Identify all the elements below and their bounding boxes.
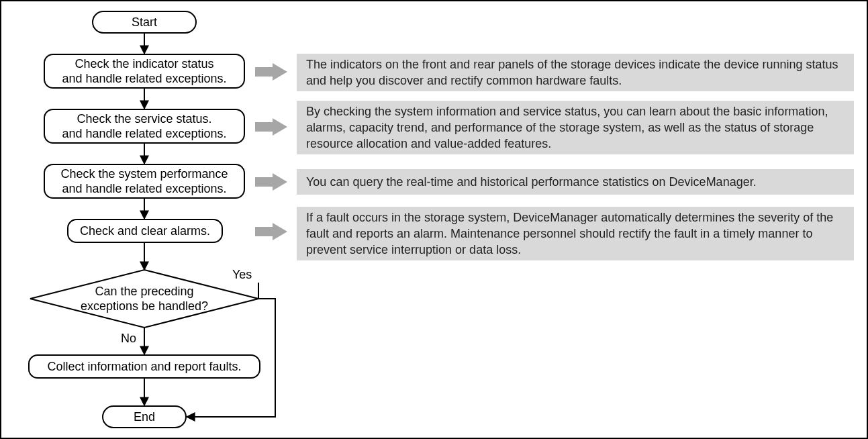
svg-marker-10 (255, 173, 287, 191)
description-alarms-text: If a fault occurs in the storage system,… (306, 209, 845, 258)
flowchart-canvas: Start Check the indicator status and han… (0, 0, 868, 439)
end-label: End (134, 409, 155, 425)
process-check-service-label: Check the service status. and handle rel… (62, 111, 226, 142)
description-performance-text: You can query the real-time and historic… (306, 174, 757, 190)
process-check-service: Check the service status. and handle rel… (44, 109, 245, 144)
svg-marker-9 (255, 118, 287, 136)
process-check-performance: Check the system performance and handle … (44, 164, 245, 199)
process-check-performance-label: Check the system performance and handle … (60, 166, 228, 197)
description-service-text: By checking the system information and s… (306, 103, 845, 152)
description-indicator-text: The indicators on the front and rear pan… (306, 56, 845, 89)
process-check-alarms: Check and clear alarms. (67, 219, 223, 243)
start-label: Start (132, 15, 157, 30)
process-check-indicator-label: Check the indicator status and handle re… (62, 56, 226, 87)
end-terminator: End (102, 405, 187, 428)
description-alarms: If a fault occurs in the storage system,… (297, 207, 854, 260)
process-check-alarms-label: Check and clear alarms. (80, 224, 210, 239)
description-indicator: The indicators on the front and rear pan… (297, 54, 854, 91)
arrow-icon (255, 63, 287, 81)
svg-marker-8 (255, 63, 287, 81)
arrow-icon (255, 118, 287, 136)
process-check-indicator: Check the indicator status and handle re… (44, 54, 245, 89)
svg-marker-11 (255, 223, 287, 240)
description-performance: You can query the real-time and historic… (297, 169, 854, 195)
arrow-icon (255, 173, 287, 191)
arrow-icon (255, 223, 287, 240)
description-service: By checking the system information and s… (297, 101, 854, 154)
start-terminator: Start (92, 11, 197, 34)
decision-no-label: No (121, 332, 136, 346)
decision-yes-label: Yes (232, 268, 252, 282)
